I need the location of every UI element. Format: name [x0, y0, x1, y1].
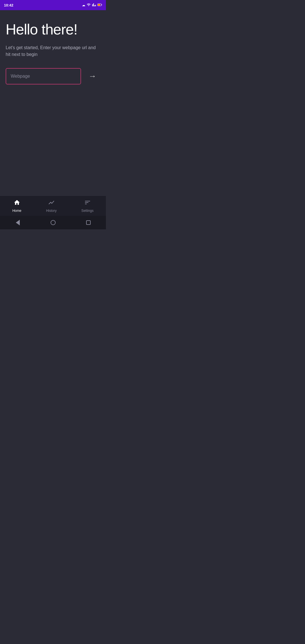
home-circle-icon [51, 220, 56, 225]
android-back-button[interactable] [14, 219, 21, 226]
back-chevron-icon [16, 220, 20, 225]
history-icon [48, 199, 55, 208]
recents-square-icon [86, 220, 91, 225]
greeting-title: Hello there! [6, 21, 100, 38]
nav-item-settings[interactable]: Settings [76, 197, 99, 214]
svg-rect-2 [98, 4, 100, 5]
status-bar: 10:42 ☁ [0, 0, 106, 10]
status-icons: ☁ [82, 3, 102, 8]
main-content: Hello there! Let's get started, Enter yo… [0, 10, 106, 195]
home-icon [14, 199, 20, 208]
bottom-nav: Home History Settings [0, 195, 106, 216]
nav-label-home: Home [12, 209, 21, 213]
go-button[interactable]: → [84, 68, 100, 84]
nav-item-home[interactable]: Home [7, 197, 27, 214]
nav-item-history[interactable]: History [40, 197, 62, 214]
android-recents-button[interactable] [85, 219, 92, 226]
status-time: 10:42 [4, 3, 13, 7]
arrow-right-icon: → [88, 72, 96, 81]
signal-icon [92, 3, 96, 8]
android-home-button[interactable] [50, 219, 56, 226]
android-nav-bar [0, 216, 106, 229]
nav-label-history: History [46, 209, 56, 213]
greeting-subtitle: Let's get started, Enter your webpage ur… [6, 44, 100, 58]
nav-label-settings: Settings [81, 209, 93, 213]
battery-icon [97, 3, 102, 8]
settings-icon [84, 199, 91, 208]
svg-rect-1 [101, 4, 102, 5]
url-input-row: → [6, 68, 100, 84]
webpage-input[interactable] [6, 68, 81, 84]
cloud-icon: ☁ [82, 3, 85, 7]
wifi-icon [87, 3, 91, 8]
